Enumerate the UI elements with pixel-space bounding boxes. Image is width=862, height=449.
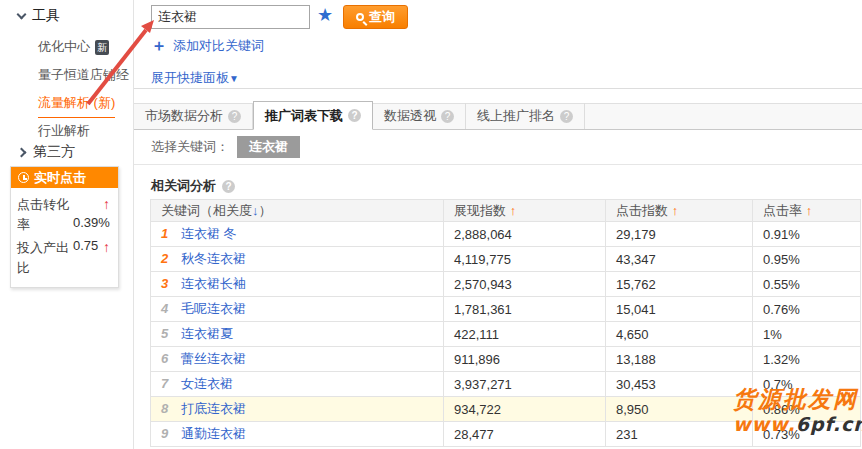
table-row: 9通勤连衣裙28,4772310.73%	[151, 422, 861, 447]
add-compare-keyword-link[interactable]: ＋ 添加对比关键词	[151, 37, 264, 55]
tab-label: 推广词表下载	[265, 103, 343, 129]
sidebar-section-thirdparty[interactable]: 第三方	[18, 143, 75, 161]
rank-number: 7	[161, 376, 181, 391]
ctr-value: 0.55%	[753, 272, 861, 297]
thirdparty-label: 第三方	[33, 143, 75, 161]
add-compare-label: 添加对比关键词	[173, 37, 264, 55]
clicks-value: 30,453	[606, 372, 753, 397]
sidebar-section-tools[interactable]: 工具	[18, 7, 60, 25]
metric-roi: 投入产出比 ↑ 0.75	[17, 238, 112, 279]
impressions-value: 4,119,775	[444, 247, 606, 272]
keyword-link[interactable]: 女连衣裙	[181, 376, 233, 391]
clicks-value: 8,950	[606, 397, 753, 422]
keyword-link[interactable]: 蕾丝连衣裙	[181, 351, 246, 366]
column-label: 展现指数	[454, 203, 506, 218]
column-label-suffix: ）	[259, 203, 272, 218]
impressions-value: 911,896	[444, 347, 606, 372]
help-icon[interactable]: ?	[222, 180, 235, 193]
column-header-impressions[interactable]: 展现指数 ↑	[444, 200, 606, 222]
keyword-link[interactable]: 通勤连衣裙	[181, 426, 246, 441]
trend-up-icon: ↑	[103, 239, 110, 255]
column-header-keyword[interactable]: 关键词（相关度↓）	[151, 200, 444, 222]
help-icon[interactable]: ?	[348, 109, 361, 122]
sidebar-section-title: 工具	[32, 7, 60, 25]
ctr-value: 0.91%	[753, 222, 861, 247]
table-row: 8打底连衣裙934,7228,9500.86%	[151, 397, 861, 422]
keyword-link[interactable]: 连衣裙长袖	[181, 276, 246, 291]
tab[interactable]: 线上推广排名?	[466, 103, 585, 129]
impressions-value: 422,111	[444, 322, 606, 347]
search-panel: ★ 查询 ＋ 添加对比关键词 展开快捷面板▼	[134, 0, 862, 89]
keyword-link[interactable]: 连衣裙 冬	[181, 226, 237, 241]
rank-number: 5	[161, 326, 181, 341]
expand-quick-panel-link[interactable]: 展开快捷面板▼	[151, 69, 239, 87]
impressions-value: 934,722	[444, 397, 606, 422]
rank-number: 8	[161, 401, 181, 416]
sidebar-item[interactable]: 量子恒道店铺经	[38, 61, 129, 89]
rank-number: 3	[161, 276, 181, 291]
keyword-input[interactable]	[151, 5, 310, 29]
ctr-value: 0.95%	[753, 247, 861, 272]
selected-keyword-badge[interactable]: 连衣裙	[237, 136, 300, 158]
table-row: 6蕾丝连衣裙911,89613,1881.32%	[151, 347, 861, 372]
ctr-value: 0.7%	[753, 372, 861, 397]
tab[interactable]: 推广词表下载?	[253, 101, 373, 130]
sidebar-item-label: 量子恒道店铺经	[38, 61, 129, 89]
tab[interactable]: 数据透视?	[373, 103, 466, 129]
new-badge: 新	[95, 40, 109, 55]
column-header-ctr[interactable]: 点击率 ↑	[753, 200, 861, 222]
ctr-value: 0.76%	[753, 297, 861, 322]
column-label: 点击指数	[616, 203, 668, 218]
help-icon[interactable]: ?	[228, 110, 241, 123]
column-header-clicks[interactable]: 点击指数 ↑	[606, 200, 753, 222]
chevron-right-icon	[17, 147, 27, 157]
related-words-table: 关键词（相关度↓） 展现指数 ↑ 点击指数 ↑ 点击率 ↑ 1连衣裙 冬2,88…	[150, 199, 861, 447]
ctr-value: 0.73%	[753, 422, 861, 447]
metric-label: 投入产出比	[17, 238, 75, 278]
sort-asc-icon: ↑	[806, 203, 813, 218]
impressions-value: 2,570,943	[444, 272, 606, 297]
sidebar-item-label: 流量解析 (新)	[38, 89, 115, 118]
sidebar-item-label: 优化中心	[38, 33, 90, 61]
sidebar-item-label: 行业解析	[38, 117, 90, 145]
favorite-star-icon[interactable]: ★	[317, 4, 333, 26]
help-icon[interactable]: ?	[560, 110, 573, 123]
sort-asc-icon: ↑	[510, 203, 517, 218]
clicks-value: 15,041	[606, 297, 753, 322]
tab[interactable]: 市场数据分析?	[134, 103, 253, 129]
chevron-down-icon	[17, 9, 27, 19]
clicks-value: 231	[606, 422, 753, 447]
impressions-value: 28,477	[444, 422, 606, 447]
table-row: 5连衣裙夏422,1114,6501%	[151, 322, 861, 347]
keyword-link[interactable]: 秋冬连衣裙	[181, 251, 246, 266]
help-icon[interactable]: ?	[441, 110, 454, 123]
keyword-link[interactable]: 连衣裙夏	[181, 326, 233, 341]
plus-icon: ＋	[151, 39, 167, 53]
expand-panel-label: 展开快捷面板	[151, 70, 229, 85]
column-label: 关键词（相关度	[161, 203, 252, 218]
metric-value: 0.75	[73, 238, 98, 253]
impressions-value: 3,937,271	[444, 372, 606, 397]
metric-click-conversion: 点击转化率 ↑ 0.39%	[17, 195, 112, 236]
clock-icon	[18, 172, 29, 183]
keyword-link[interactable]: 毛呢连衣裙	[181, 301, 246, 316]
metric-label: 点击转化率	[17, 195, 75, 235]
clicks-value: 15,762	[606, 272, 753, 297]
keyword-select-label: 选择关键词：	[151, 138, 229, 156]
sidebar-item[interactable]: 优化中心新	[38, 33, 129, 61]
clicks-value: 13,188	[606, 347, 753, 372]
rank-number: 6	[161, 351, 181, 366]
column-label: 点击率	[763, 203, 802, 218]
table-row: 3连衣裙长袖2,570,94315,7620.55%	[151, 272, 861, 297]
sidebar-item[interactable]: 流量解析 (新)	[38, 89, 129, 117]
table-row: 7女连衣裙3,937,27130,4530.7%	[151, 372, 861, 397]
sidebar-item[interactable]: 行业解析	[38, 117, 129, 145]
clicks-value: 4,650	[606, 322, 753, 347]
keyword-link[interactable]: 打底连衣裙	[181, 401, 246, 416]
query-button-label: 查询	[369, 8, 395, 26]
query-button[interactable]: 查询	[343, 5, 408, 29]
ctr-value: 1.32%	[753, 347, 861, 372]
keyword-select-row: 选择关键词： 连衣裙	[134, 130, 862, 165]
table-row: 2秋冬连衣裙4,119,77543,3470.95%	[151, 247, 861, 272]
clicks-value: 29,179	[606, 222, 753, 247]
